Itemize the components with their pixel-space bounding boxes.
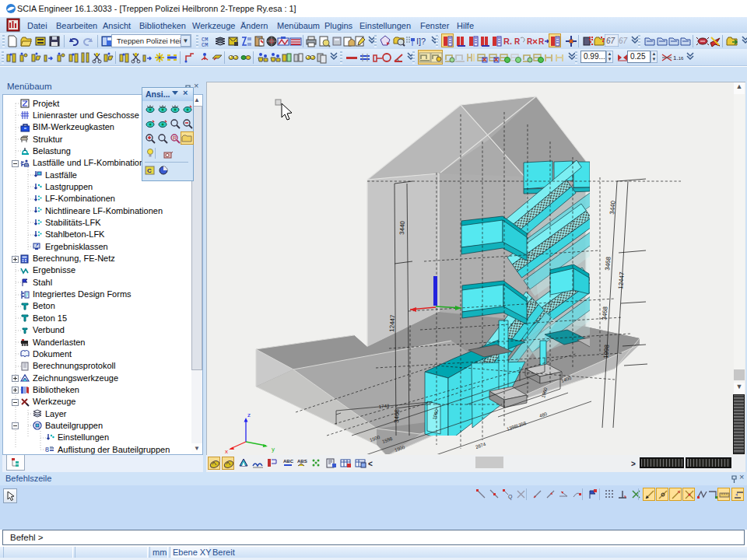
svg-text:R.: R. bbox=[503, 37, 512, 46]
svg-text:ABS: ABS bbox=[297, 459, 307, 464]
svg-text:Q: Q bbox=[508, 494, 513, 500]
svg-text:x: x bbox=[225, 448, 228, 454]
svg-text:R: R bbox=[538, 37, 545, 46]
svg-text:1998: 1998 bbox=[602, 344, 611, 359]
svg-text:z: z bbox=[247, 411, 251, 418]
svg-text:1.16: 1.16 bbox=[673, 54, 684, 61]
svg-text:3440: 3440 bbox=[398, 220, 406, 235]
svg-text:y: y bbox=[272, 446, 275, 453]
svg-text:ABC: ABC bbox=[283, 459, 294, 464]
svg-text:12447: 12447 bbox=[388, 314, 396, 332]
svg-text:8: 8 bbox=[45, 446, 49, 453]
svg-text:R: R bbox=[527, 37, 533, 46]
svg-text:67: 67 bbox=[619, 37, 628, 45]
svg-text:I]?: I]? bbox=[416, 37, 426, 46]
svg-text:3468: 3468 bbox=[393, 408, 401, 423]
svg-text:3440: 3440 bbox=[608, 200, 617, 215]
svg-text:C: C bbox=[147, 167, 152, 174]
svg-text:67: 67 bbox=[606, 37, 615, 45]
svg-text:R: R bbox=[173, 135, 177, 141]
svg-text:3468: 3468 bbox=[604, 256, 612, 271]
svg-text:R: R bbox=[514, 37, 521, 46]
svg-text:CM: CM bbox=[202, 42, 208, 47]
